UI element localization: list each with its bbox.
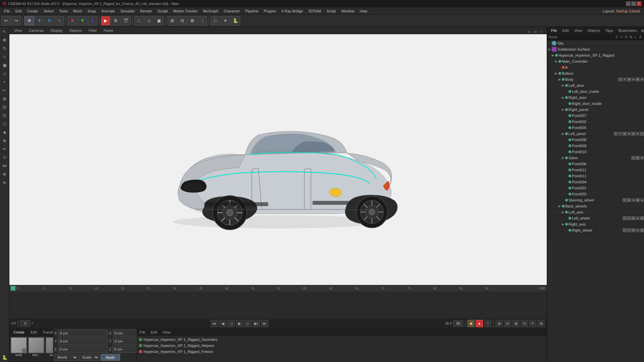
tree-item-point001[interactable]: Point001	[547, 185, 644, 191]
tree-item-left-door[interactable]: ▶ Left_door	[547, 82, 644, 88]
tree-item-left-wheel[interactable]: Left_wheel ✓ ✕ ● ● ●	[547, 215, 644, 221]
end-frame-input[interactable]	[453, 320, 463, 326]
rp-tab-objects[interactable]: Objects	[585, 28, 602, 33]
viewport[interactable]	[9, 34, 547, 285]
play-reverse-button[interactable]: ◁	[227, 320, 235, 327]
menu-animate[interactable]: Animate	[99, 8, 118, 14]
bottom-obj-item-1[interactable]: Hypercar_Hyperion_XP-1_Rigged_Helpers	[138, 343, 546, 349]
tree-item-point002[interactable]: Point002	[547, 119, 644, 125]
material-swatch-body[interactable]: body	[11, 337, 27, 357]
world-select[interactable]: World Object	[54, 354, 78, 361]
layer-button[interactable]: ⊞	[537, 320, 545, 327]
menu-character[interactable]: Character	[221, 8, 243, 14]
left-tool-polygon[interactable]: ▣	[1, 61, 9, 69]
select-tool-button[interactable]: ✥	[24, 16, 34, 25]
redo-button[interactable]: ↪	[11, 16, 21, 25]
menu-plugins[interactable]: Plugins	[261, 8, 278, 14]
tree-item-right-wheel[interactable]: Right_wheel ✓ ✕ ● ● ●	[547, 227, 644, 233]
vp-expand-button[interactable]: ⊕	[527, 29, 532, 35]
left-tool-point[interactable]: •	[1, 78, 9, 86]
left-tool-move[interactable]: ✥	[1, 36, 9, 44]
vp-tab-display[interactable]: Display	[47, 28, 66, 33]
play-button[interactable]: ▶	[236, 320, 243, 327]
menu-file[interactable]: File	[1, 8, 13, 14]
attr-tab-create[interactable]: Create	[11, 329, 27, 335]
menu-vray[interactable]: V-Ray Bridge	[279, 8, 306, 14]
psr-button[interactable]: P	[529, 320, 536, 327]
tree-item-right-door-inside[interactable]: Right_door_inside	[547, 101, 644, 107]
fcurve-button[interactable]: ⊠	[512, 320, 520, 327]
tree-item-main-ctrl[interactable]: ▶ Main_Controller	[547, 58, 644, 64]
tree-item-point008[interactable]: Point008	[547, 137, 644, 143]
tree-item-subd[interactable]: ▶ Subdivision Surface	[547, 46, 644, 52]
left-tool-magnet[interactable]: ◈	[1, 128, 9, 136]
left-tool-weight[interactable]: ⊗	[1, 170, 9, 178]
y-axis-button[interactable]: Y	[78, 16, 87, 25]
left-tool-sculpt[interactable]: ⊕	[1, 136, 9, 144]
left-tool-scale[interactable]: ⤡	[1, 53, 9, 61]
snap-settings-button[interactable]: ⊟	[177, 16, 187, 25]
tree-item-steering[interactable]: Steering_wheel ✕ ● ● ● ●	[547, 197, 644, 203]
autokey-button[interactable]: ●	[476, 320, 483, 327]
workplane-button[interactable]: ⊠	[187, 16, 197, 25]
move-tool-button[interactable]: ✛	[35, 16, 44, 25]
prev-frame-button[interactable]: ◀	[219, 320, 226, 327]
tree-item-point005[interactable]: Point005	[547, 125, 644, 131]
bot-tab-file[interactable]: File	[137, 329, 148, 335]
rp-tab-bookmarks[interactable]: Bookmarks	[616, 28, 640, 33]
goto-start-button[interactable]: ⏮	[211, 320, 218, 327]
vp-ortho-button[interactable]: ⊡	[533, 29, 538, 35]
left-tool-paint[interactable]: ✏	[1, 145, 9, 153]
poly-mode-button[interactable]: ▣	[154, 16, 164, 25]
tree-item-point007[interactable]: Point007	[547, 113, 644, 119]
tree-item-point011[interactable]: Point011	[547, 167, 644, 173]
vp-fullscreen-button[interactable]: ⤢	[539, 29, 544, 35]
render-settings-button[interactable]: ⚙	[111, 16, 120, 25]
left-tool-loop[interactable]: ⊡	[1, 111, 9, 119]
bottom-obj-item-2[interactable]: Hypercar_Hyperion_XP-1_Rigged_Freeze	[138, 349, 546, 355]
tree-item-back-wheels[interactable]: ▶ Back_wheels	[547, 203, 644, 209]
menu-sculpt[interactable]: Sculpt	[155, 8, 171, 14]
light-button[interactable]: ☀	[221, 16, 230, 25]
left-tool-python[interactable]: 🐍	[1, 353, 9, 361]
minimize-button[interactable]: –	[626, 1, 631, 6]
z-axis-button[interactable]: Z	[88, 16, 97, 25]
rp-tab-file[interactable]: File	[548, 28, 560, 33]
left-tool-joint[interactable]: ☩	[1, 153, 9, 161]
tree-item-right-panel[interactable]: ▶ Right_panel	[547, 107, 644, 113]
bottom-obj-item-0[interactable]: Hypercar_Hyperion_XP-1_Rigged_Geometry	[138, 337, 546, 343]
tree-item-body[interactable]: ▶ Body ✓ ✕ ● ● ● ●	[547, 76, 644, 82]
camera-button[interactable]: 🎥	[211, 16, 220, 25]
rp-tab-view[interactable]: View	[572, 28, 585, 33]
tree-item-bottom[interactable]: ▶ Bottom	[547, 70, 644, 76]
tree-item-right-axis[interactable]: ▶ Right_axis	[547, 221, 644, 227]
menu-window[interactable]: Window	[338, 8, 357, 14]
render-view-button[interactable]: ▶	[101, 16, 110, 25]
x-axis-button[interactable]: X	[68, 16, 77, 25]
play-forward-button[interactable]: ▷	[244, 320, 252, 327]
menu-simulate[interactable]: Simulate	[118, 8, 138, 14]
titlebar-controls[interactable]: – □ ✕	[626, 1, 641, 6]
timeline-tracks[interactable]	[9, 292, 547, 318]
scene-tree[interactable]: Sky ▶ Subdivision Surface ▶ Hypercar_Hyp…	[547, 40, 644, 362]
motion-button[interactable]: ⊟	[504, 320, 511, 327]
edge-mode-button[interactable]: ◇	[144, 16, 154, 25]
vp-tab-filter[interactable]: Filter	[85, 28, 100, 33]
render-to-po-button[interactable]: 🎬	[121, 16, 130, 25]
next-frame-button[interactable]: ▶|	[253, 320, 260, 327]
menu-select[interactable]: Select	[41, 8, 57, 14]
menu-pipeline[interactable]: Pipeline	[243, 8, 261, 14]
left-tool-ik[interactable]: ⋈	[1, 162, 9, 170]
left-tool-morph[interactable]: ≋	[1, 178, 9, 186]
menu-motion-tracker[interactable]: Motion Tracker	[170, 8, 200, 14]
snap-button[interactable]: ⊞	[167, 16, 177, 25]
vp-tab-panel[interactable]: Panel	[100, 28, 116, 33]
menu-snap[interactable]: Snap	[85, 8, 99, 14]
timeline-settings-button[interactable]: ?	[484, 320, 491, 327]
tree-item-bone-a[interactable]: A	[547, 64, 644, 70]
left-tool-bevel[interactable]: ⬡	[1, 120, 9, 128]
menu-mograph[interactable]: MoGraph	[200, 8, 221, 14]
bot-tab-view[interactable]: View	[160, 329, 173, 335]
tree-item-point012[interactable]: Point012	[547, 173, 644, 179]
tree-item-right-door[interactable]: ▶ Right_door	[547, 95, 644, 101]
